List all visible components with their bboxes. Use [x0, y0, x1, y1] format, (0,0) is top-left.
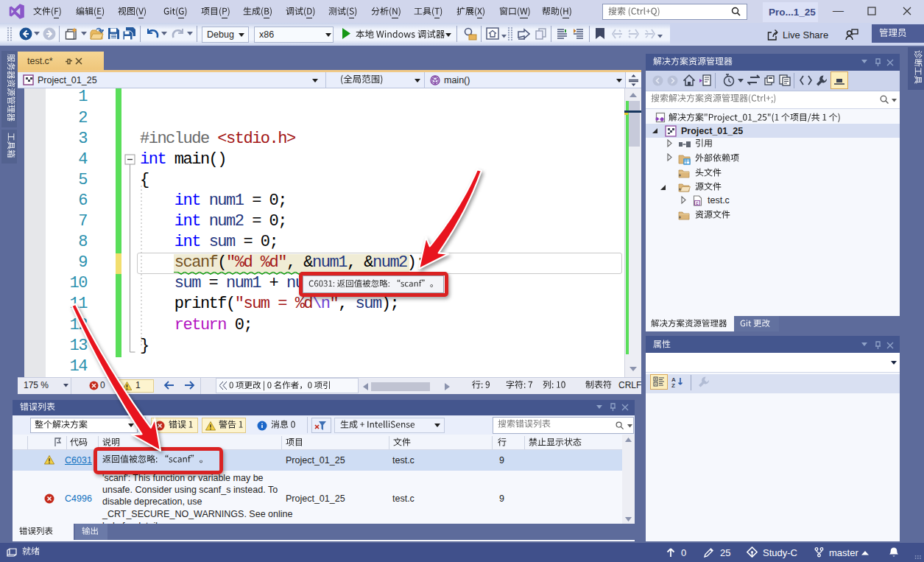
svg-text:c: c [696, 201, 699, 206]
svg-text:Z: Z [671, 382, 675, 387]
